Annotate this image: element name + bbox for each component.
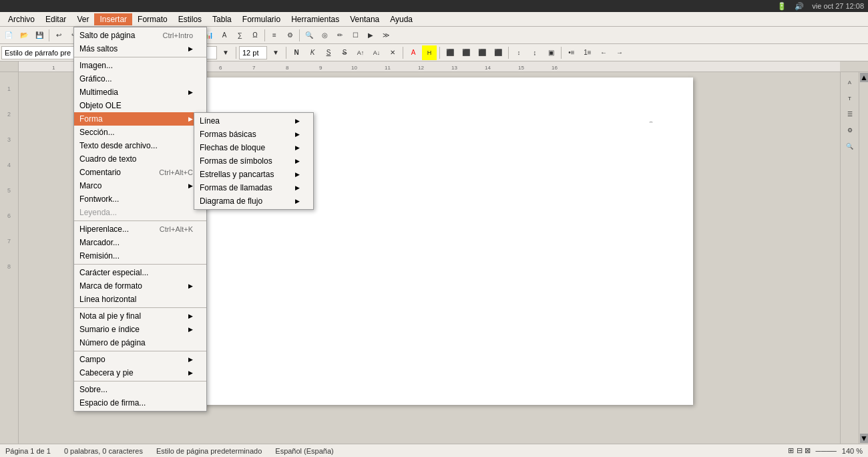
menu-sobre[interactable]: Sobre... — [74, 383, 206, 396]
forma-arrow: ▶ — [188, 116, 193, 122]
menu-hiperenlace[interactable]: Hiperenlace... Ctrl+Alt+K — [74, 222, 206, 236]
font-color-btn[interactable]: A — [406, 45, 421, 60]
menu-bar: Archivo Editar Ver Insertar Formato Esti… — [0, 12, 868, 27]
menu-estilos[interactable]: Estilos — [173, 13, 207, 25]
submenu-formas-llamadas[interactable]: Formas de llamadas ▶ — [194, 181, 313, 194]
menu-numero-pagina[interactable]: Número de página — [74, 336, 206, 349]
menu-comentario[interactable]: Comentario Ctrl+Alt+C — [74, 166, 206, 179]
menu-marco[interactable]: Marco ▶ — [74, 179, 206, 192]
format-bullet-btn[interactable]: ≡ — [267, 28, 282, 43]
menu-archivo[interactable]: Archivo — [3, 13, 40, 25]
menu-texto-archivo[interactable]: Texto desde archivo... — [74, 139, 206, 152]
sidebar-find-btn[interactable]: 🔍 — [843, 139, 857, 154]
format-num-btn[interactable]: ⚙ — [282, 28, 297, 43]
formas-llamadas-arrow: ▶ — [295, 184, 300, 191]
menu-imagen[interactable]: Imagen... — [74, 59, 206, 72]
menu-forma[interactable]: Forma ▶ — [74, 112, 206, 126]
align-justify-btn[interactable]: ⬛ — [491, 45, 505, 60]
campo-label: Campo — [79, 355, 105, 364]
system-battery: 🔋 — [777, 2, 787, 11]
menu-tabla[interactable]: Tabla — [207, 13, 237, 25]
sidebar-style-btn[interactable]: A — [843, 75, 857, 90]
align-left-btn[interactable]: ⬛ — [443, 45, 457, 60]
scroll-down-btn[interactable]: ▼ — [860, 434, 868, 443]
menu-campo[interactable]: Campo ▶ — [74, 353, 206, 366]
new-btn[interactable]: 📄 — [1, 28, 16, 43]
menu-marcador[interactable]: Marcador... — [74, 236, 206, 249]
save-btn[interactable]: 💾 — [32, 28, 47, 43]
svg-text:14: 14 — [485, 65, 491, 71]
subscript-btn[interactable]: A↓ — [369, 45, 384, 60]
menu-ayuda[interactable]: Ayuda — [385, 13, 418, 25]
macro-btn[interactable]: ▶ — [363, 28, 378, 43]
submenu-formas-basicas[interactable]: Formas básicas ▶ — [194, 128, 313, 141]
indent-more-btn[interactable]: → — [612, 45, 627, 60]
sidebar-nav-btn[interactable]: ☰ — [843, 107, 857, 122]
menu-linea-horizontal[interactable]: Línea horizontal — [74, 293, 206, 306]
draw-btn[interactable]: ✏ — [333, 28, 347, 43]
sep-align — [439, 47, 440, 59]
border-btn[interactable]: ▣ — [544, 45, 558, 60]
highlight-btn[interactable]: H — [422, 45, 437, 60]
menu-formato[interactable]: Formato — [132, 13, 173, 25]
menu-objeto-ole[interactable]: Objeto OLE — [74, 99, 206, 112]
menu-editar[interactable]: Editar — [40, 13, 71, 25]
list-bullet-btn[interactable]: •≡ — [564, 45, 579, 60]
find-btn[interactable]: 🔍 — [302, 28, 316, 43]
align-right-btn[interactable]: ⬛ — [475, 45, 489, 60]
scroll-up-btn[interactable]: ▲ — [860, 73, 868, 82]
list-num-btn[interactable]: 1≡ — [580, 45, 595, 60]
submenu-estrellas[interactable]: Estrellas y pancartas ▶ — [194, 168, 313, 181]
undo-btn[interactable]: ↩ — [51, 28, 66, 43]
menu-mas-saltos[interactable]: Más saltos ▶ — [74, 42, 206, 55]
scroll-track[interactable] — [859, 83, 868, 433]
menu-cuadro-texto[interactable]: Cuadro de texto — [74, 152, 206, 166]
font-size-input[interactable] — [239, 46, 267, 59]
superscript-btn[interactable]: A↑ — [353, 45, 368, 60]
submenu-formas-simbolos[interactable]: Formas de símbolos ▶ — [194, 154, 313, 168]
font-dropdown-btn[interactable]: ▼ — [218, 45, 233, 60]
menu-sumario[interactable]: Sumario e índice ▶ — [74, 323, 206, 336]
menu-formulario[interactable]: Formulario — [237, 13, 286, 25]
menu-grafico[interactable]: Gráfico... — [74, 72, 206, 86]
menu-espacio-firma[interactable]: Espacio de firma... — [74, 396, 206, 410]
sidebar-text-btn[interactable]: T — [843, 91, 857, 106]
para-spacing-btn[interactable]: ↨ — [527, 45, 542, 60]
menu-salto-pagina[interactable]: Salto de página Ctrl+Intro — [74, 29, 206, 42]
insert-special-btn[interactable]: Ω — [248, 28, 262, 43]
menu-ver[interactable]: Ver — [71, 13, 94, 25]
line-spacing-btn[interactable]: ↕ — [511, 45, 526, 60]
bold-btn[interactable]: N — [289, 45, 304, 60]
formas-basicas-label: Formas básicas — [200, 130, 256, 139]
insert-text-btn[interactable]: A — [217, 28, 232, 43]
menu-remision[interactable]: Remisión... — [74, 249, 206, 263]
more-btn[interactable]: ≫ — [379, 28, 393, 43]
submenu-linea[interactable]: Línea ▶ — [194, 114, 313, 128]
submenu-flechas-bloque[interactable]: Flechas de bloque ▶ — [194, 141, 313, 154]
menu-caracter-especial[interactable]: Carácter especial... — [74, 266, 206, 279]
align-center-btn[interactable]: ⬛ — [459, 45, 473, 60]
clear-format-btn[interactable]: ✕ — [385, 45, 400, 60]
menu-fontwork[interactable]: Fontwork... — [74, 192, 206, 206]
strikethrough-btn[interactable]: S — [337, 45, 352, 60]
forms-btn[interactable]: ☐ — [348, 28, 363, 43]
underline-btn[interactable]: S — [321, 45, 336, 60]
menu-herramientas[interactable]: Herramientas — [286, 13, 345, 25]
italic-btn[interactable]: K — [305, 45, 320, 60]
scrollbar[interactable]: ▲ ▼ — [859, 72, 868, 444]
menu-insertar[interactable]: Insertar — [94, 13, 132, 25]
indent-less-btn[interactable]: ← — [596, 45, 611, 60]
sidebar-func-btn[interactable]: ⚙ — [843, 123, 857, 138]
size-dropdown-btn[interactable]: ▼ — [268, 45, 283, 60]
menu-cabecera-pie[interactable]: Cabecera y pie ▶ — [74, 366, 206, 379]
menu-nota-pie[interactable]: Nota al pie y final ▶ — [74, 309, 206, 323]
navigator-btn[interactable]: ◎ — [317, 28, 332, 43]
submenu-diagrama-flujo[interactable]: Diagrama de flujo ▶ — [194, 194, 313, 208]
open-btn[interactable]: 📂 — [17, 28, 31, 43]
menu-marca-formato[interactable]: Marca de formato ▶ — [74, 279, 206, 293]
insert-formula-btn[interactable]: ∑ — [232, 28, 247, 43]
menu-seccion[interactable]: Sección... — [74, 126, 206, 139]
menu-ventana[interactable]: Ventana — [345, 13, 385, 25]
status-zoom-slider[interactable]: ──── — [816, 447, 837, 455]
menu-multimedia[interactable]: Multimedia ▶ — [74, 86, 206, 99]
